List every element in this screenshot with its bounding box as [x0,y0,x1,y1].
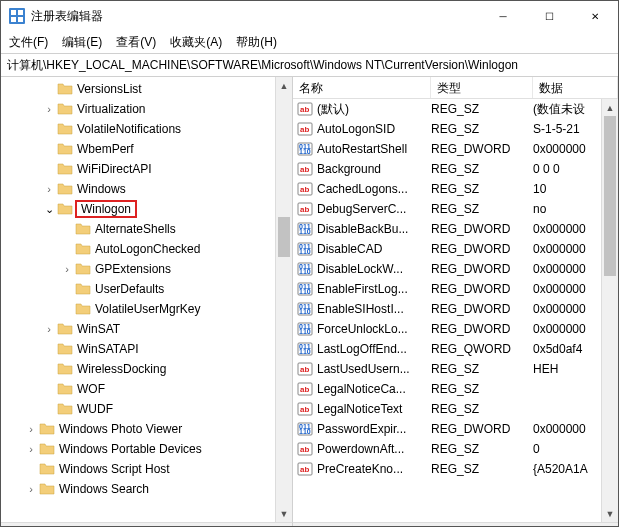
tree-item[interactable]: ›Windows Search [1,479,292,499]
menu-view[interactable]: 查看(V) [116,34,156,51]
chevron-right-icon[interactable]: › [59,263,75,275]
value-row[interactable]: abLegalNoticeTextREG_SZ [293,399,618,419]
value-row[interactable]: 011110DisableCADREG_DWORD0x000000 [293,239,618,259]
value-row[interactable]: 011110DisableLockW...REG_DWORD0x000000 [293,259,618,279]
value-row[interactable]: 011110EnableFirstLog...REG_DWORD0x000000 [293,279,618,299]
value-type: REG_SZ [431,182,533,196]
maximize-button[interactable]: ☐ [526,1,572,31]
value-row[interactable]: abDebugServerC...REG_SZno [293,199,618,219]
registry-tree[interactable]: VersionsList›VirtualizationVolatileNotif… [1,77,292,499]
app-icon [9,8,25,24]
binary-value-icon: 011110 [297,261,313,277]
scrollbar-thumb[interactable] [604,116,616,276]
tree-scrollbar-horizontal[interactable]: ◀▶ [1,522,293,527]
tree-item[interactable]: VolatileNotifications [1,119,292,139]
tree-item[interactable]: ›Windows [1,179,292,199]
tree-item[interactable]: ›Windows Photo Viewer [1,419,292,439]
chevron-right-icon[interactable]: › [23,423,39,435]
chevron-right-icon[interactable]: › [23,443,39,455]
scroll-up-icon[interactable]: ▲ [276,77,292,94]
scroll-down-icon[interactable]: ▼ [602,505,618,522]
chevron-right-icon[interactable]: › [41,183,57,195]
content-area: VersionsList›VirtualizationVolatileNotif… [1,77,618,522]
minimize-button[interactable]: ─ [480,1,526,31]
address-bar[interactable]: 计算机\HKEY_LOCAL_MACHINE\SOFTWARE\Microsof… [1,53,618,77]
close-button[interactable]: ✕ [572,1,618,31]
value-row[interactable]: 011110EnableSIHostI...REG_DWORD0x000000 [293,299,618,319]
tree-item[interactable]: WUDF [1,399,292,419]
tree-item[interactable]: WiFiDirectAPI [1,159,292,179]
scroll-down-icon[interactable]: ▼ [276,505,292,522]
tree-item[interactable]: WirelessDocking [1,359,292,379]
tree-item[interactable]: ›WinSAT [1,319,292,339]
tree-item[interactable]: WOF [1,379,292,399]
tree-item[interactable]: VersionsList [1,79,292,99]
tree-item-label: AutoLogonChecked [95,242,200,256]
folder-icon [57,382,73,396]
tree-item[interactable]: Windows Script Host [1,459,292,479]
tree-item[interactable]: UserDefaults [1,279,292,299]
folder-icon [39,482,55,496]
list-scrollbar-vertical[interactable]: ▲ ▼ [601,99,618,522]
list-scrollbar-horizontal[interactable]: ◀▶ [293,522,618,527]
svg-text:110: 110 [299,268,311,275]
column-type[interactable]: 类型 [431,77,533,98]
chevron-down-icon[interactable]: ⌄ [41,203,57,216]
tree-pane: VersionsList›VirtualizationVolatileNotif… [1,77,293,522]
tree-scrollbar-vertical[interactable]: ▲ ▼ [275,77,292,522]
value-row[interactable]: abCachedLogons...REG_SZ10 [293,179,618,199]
value-row[interactable]: 011110AutoRestartShellREG_DWORD0x000000 [293,139,618,159]
menu-favorites[interactable]: 收藏夹(A) [170,34,222,51]
value-row[interactable]: 011110ForceUnlockLo...REG_DWORD0x000000 [293,319,618,339]
chevron-right-icon[interactable]: › [41,323,57,335]
column-name[interactable]: 名称 [293,77,431,98]
binary-value-icon: 011110 [297,141,313,157]
value-row[interactable]: 011110LastLogOffEnd...REG_QWORD0x5d0af4 [293,339,618,359]
tree-item[interactable]: ›GPExtensions [1,259,292,279]
value-row[interactable]: 011110DisableBackBu...REG_DWORD0x000000 [293,219,618,239]
tree-item[interactable]: WinSATAPI [1,339,292,359]
value-row[interactable]: abBackgroundREG_SZ0 0 0 [293,159,618,179]
tree-item[interactable]: VolatileUserMgrKey [1,299,292,319]
value-type: REG_SZ [431,102,533,116]
value-name: LastUsedUsern... [317,362,431,376]
value-row[interactable]: abAutoLogonSIDREG_SZS-1-5-21 [293,119,618,139]
svg-text:ab: ab [300,465,309,474]
menu-edit[interactable]: 编辑(E) [62,34,102,51]
tree-item[interactable]: AutoLogonChecked [1,239,292,259]
svg-text:110: 110 [299,148,311,155]
binary-value-icon: 011110 [297,301,313,317]
chevron-right-icon[interactable]: › [23,483,39,495]
chevron-right-icon[interactable]: › [41,103,57,115]
tree-item[interactable]: ⌄Winlogon [1,199,292,219]
column-data[interactable]: 数据 [533,77,618,98]
horizontal-scrollbars: ◀▶ ◀▶ [1,522,618,527]
tree-item[interactable]: ›Windows Portable Devices [1,439,292,459]
string-value-icon: ab [297,161,313,177]
svg-rect-3 [11,17,16,22]
tree-item-label: WOF [77,382,105,396]
value-row[interactable]: ab(默认)REG_SZ(数值未设 [293,99,618,119]
value-type: REG_SZ [431,402,533,416]
value-row[interactable]: abPowerdownAft...REG_SZ0 [293,439,618,459]
window-title: 注册表编辑器 [31,8,480,25]
scrollbar-thumb[interactable] [278,217,290,257]
menu-file[interactable]: 文件(F) [9,34,48,51]
value-row[interactable]: abLastUsedUsern...REG_SZHEH [293,359,618,379]
folder-icon [57,122,73,136]
value-type: REG_SZ [431,202,533,216]
menu-help[interactable]: 帮助(H) [236,34,277,51]
value-list[interactable]: ab(默认)REG_SZ(数值未设abAutoLogonSIDREG_SZS-1… [293,99,618,479]
svg-text:ab: ab [300,365,309,374]
folder-icon [57,362,73,376]
value-name: LegalNoticeText [317,402,431,416]
tree-item[interactable]: AlternateShells [1,219,292,239]
tree-item[interactable]: ›Virtualization [1,99,292,119]
titlebar: 注册表编辑器 ─ ☐ ✕ [1,1,618,31]
value-row[interactable]: 011110PasswordExpir...REG_DWORD0x000000 [293,419,618,439]
value-row[interactable]: abPreCreateKno...REG_SZ{A520A1A [293,459,618,479]
value-row[interactable]: abLegalNoticeCa...REG_SZ [293,379,618,399]
tree-item[interactable]: WbemPerf [1,139,292,159]
folder-icon [57,202,73,216]
scroll-up-icon[interactable]: ▲ [602,99,618,116]
